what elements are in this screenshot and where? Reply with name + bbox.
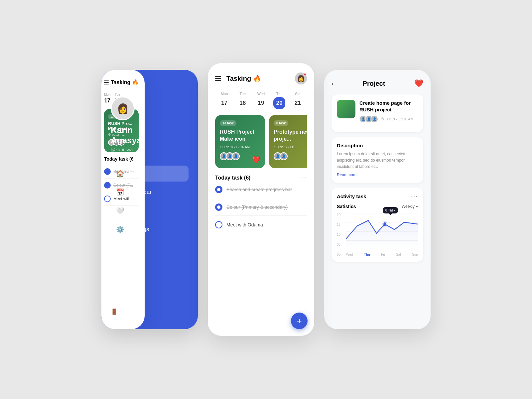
back-button[interactable]: ‹ [332,80,333,87]
logout-button[interactable]: 🚪 Logout [111,304,189,319]
avatar: 👩 [111,96,135,120]
notification-dot [304,73,306,76]
day-mon[interactable]: Mon 17 [215,92,233,109]
nav-item-settings[interactable]: ⚙️ Settings [111,221,189,237]
nav-menu: 🏠 Home 📅 Calendar 🤍 Loved ⚙️ Settings [111,166,189,304]
task-text-3: Meet with Odama [226,222,263,227]
week-days-row: Mon 17 Tue 18 Wed 19 Thu 20 Sat 21 [215,92,307,109]
task-item-1: Search and create progress bar [215,186,307,198]
chart-area: 8 Task [346,213,418,250]
calendar-icon: 📅 [116,188,124,196]
x-label-sun: Sun [412,253,418,256]
description-title: Discription [337,143,418,148]
project-thumbnail [337,100,355,118]
today-tasks-title: Today task (6) [215,175,250,181]
chart-svg [346,213,418,250]
nav-item-calendar[interactable]: 📅 Calendar [111,184,189,200]
project-card-meta: 👤 👤 👤 ⏱ 09:18 - 12:16 AM [359,115,418,123]
day-thu[interactable]: Thu 20 [270,92,289,109]
nav-label-settings: Settings [129,226,149,233]
chart-x-labels: Wed Thu Fri Sat Sun [346,253,418,256]
user-name: KarinAgasya [111,125,142,146]
avatar-section: 👩 KarinAgasya @karinsya [111,96,189,152]
tasking-title: Tasking 🔥 [226,74,261,82]
logout-label: Logout [122,309,139,315]
card-avatar-5: 👤 [280,152,288,160]
svg-marker-4 [346,220,418,250]
project-members: 👤 👤 👤 [359,115,378,123]
x-label-sat: Sat [396,253,401,256]
nav-item-home[interactable]: 🏠 Home [111,166,189,182]
task-cards-row: 13 task RUSH Project Make icon ⏱ 09:18 -… [215,115,307,168]
partial-day-mon: Mon 17 [104,93,110,104]
heart-nav-icon: 🤍 [116,207,124,215]
project-time: ⏱ 09:18 - 12:16 AM [381,117,414,121]
activity-section: Activity task ··· Satistics Weekly ▾ 20 … [332,188,423,262]
close-button[interactable]: × [111,80,121,90]
description-text: Lorem ipsum dolor sit amet, consectetur … [337,151,418,170]
task-item-2: Colour (Primary & secondary) [215,203,307,216]
task-checkbox-2[interactable] [215,203,222,211]
sidebar-screen: × 👩 KarinAgasya @karinsya 🏠 Home 📅 Calen… [101,70,198,329]
member-avatar-3: 👤 [371,115,378,123]
activity-title: Activity task [337,194,366,199]
chart-active-point [383,222,386,226]
close-icon: × [114,81,118,88]
task-item-3: Meet with Odama [215,221,307,233]
avatar-img: 👩 [297,75,305,82]
project-header: ‹ Project ❤️ [332,79,423,88]
y-label-05: 05 [337,243,340,246]
user-avatar[interactable]: 👩 [295,72,307,84]
card-avatar-3: 👤 [232,152,240,160]
chart-container: 20 15 10 05 00 [337,213,418,256]
activity-more-button[interactable]: ··· [411,193,418,200]
nav-label-calendar: Calendar [129,189,152,196]
nav-label-home: Home [129,170,144,177]
project-screen: ‹ Project ❤️ Create home page for RUSH p… [324,70,431,329]
y-label-20: 20 [337,213,340,217]
add-task-button[interactable]: + [291,313,308,329]
x-label-fri: Fri [381,253,385,256]
read-more-link[interactable]: Read more [337,173,356,177]
project-card-title: Create home page for RUSH project [359,100,418,113]
day-sat[interactable]: Sat 21 [289,92,307,109]
activity-header: Activity task ··· [337,193,418,200]
y-label-00: 00 [337,253,340,256]
hamburger-icon[interactable] [215,76,221,81]
heart-favorite[interactable]: ❤️ [252,156,260,164]
task-text-1: Search and create progress bar [226,187,292,192]
y-label-10: 10 [337,233,340,236]
chart-y-labels: 20 15 10 05 00 [337,213,340,256]
favorite-button[interactable]: ❤️ [414,79,423,88]
settings-icon: ⚙️ [116,225,124,233]
project-title: Project [363,80,385,87]
description-card: Discription Lorem ipsum dolor sit amet, … [332,137,423,183]
x-label-thu: Thu [364,253,370,256]
more-options-button[interactable]: ··· [300,174,307,181]
tasking-screen: Tasking 🔥 👩 Mon 17 Tue 18 Wed [208,63,314,336]
task-card-rush[interactable]: 13 task RUSH Project Make icon ⏱ 09:18 -… [215,115,265,168]
day-wed[interactable]: Wed 19 [252,92,270,109]
task-card-prototype[interactable]: 8 task Prototype new proje... ⏱ 09:13 - … [269,115,307,168]
nav-label-loved: Loved [129,207,144,214]
day-tue[interactable]: Tue 18 [233,92,252,109]
user-handle: @karinsya [111,147,133,152]
today-tasks-header: Today task (6) ··· [215,174,307,181]
stats-label: Satistics [337,204,356,209]
weekly-dropdown[interactable]: Weekly ▾ [402,204,418,209]
y-label-15: 15 [337,223,340,226]
chevron-down-icon: ▾ [416,204,418,209]
x-label-wed: Wed [346,253,353,256]
task-checkbox-3[interactable] [215,221,222,228]
nav-item-loved[interactable]: 🤍 Loved [111,203,189,219]
task-text-2: Colour (Primary & secondary) [226,204,288,210]
tasking-header: Tasking 🔥 👩 [215,72,307,84]
stats-row: Satistics Weekly ▾ [337,204,418,209]
task-checkbox-1[interactable] [215,186,222,193]
project-card: Create home page for RUSH project 👤 👤 👤 … [332,94,423,132]
logout-icon: 🚪 [111,308,118,315]
task-list: Search and create progress bar Colour (P… [215,186,307,233]
home-icon: 🏠 [116,170,124,178]
tooltip-text: 8 Task [383,207,398,213]
